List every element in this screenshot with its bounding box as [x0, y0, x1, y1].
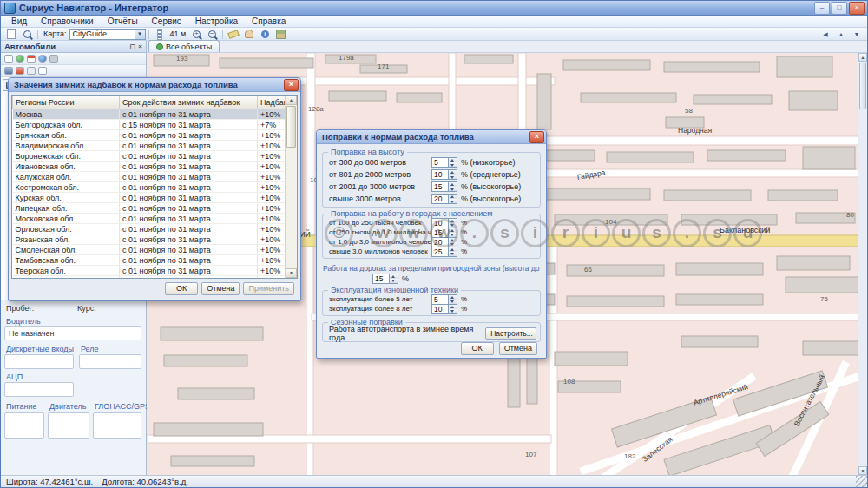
- remove-vehicle-icon[interactable]: [16, 67, 24, 75]
- table-row[interactable]: Липецкая обл.с 01 ноября по 31 марта+10%: [13, 203, 299, 214]
- spinner-down-icon[interactable]: [449, 187, 457, 191]
- status-bar: Широта: 47.42461°с.ш. Долгота: 40.06243°…: [1, 475, 867, 487]
- spinner-down-icon[interactable]: [449, 242, 457, 247]
- add-vehicle-icon[interactable]: [4, 67, 13, 75]
- menu-item-0[interactable]: Вид: [4, 16, 34, 27]
- map-source-select[interactable]: CityGuide ▼: [69, 29, 146, 40]
- calendar-icon[interactable]: [27, 55, 36, 63]
- table-row[interactable]: Рязанская обл.с 01 ноября по 31 марта+10…: [13, 234, 299, 245]
- measure-icon[interactable]: [226, 28, 241, 41]
- map-vertical-scrollbar[interactable]: ▲ ▼: [858, 53, 867, 475]
- table-row[interactable]: Владимирская обл.с 01 ноября по 31 марта…: [13, 141, 299, 151]
- spinner-down-icon[interactable]: [449, 252, 457, 256]
- scrollbar-thumb[interactable]: [859, 63, 866, 109]
- report-icon[interactable]: [4, 55, 13, 63]
- edit-vehicle-icon[interactable]: [38, 67, 47, 75]
- column-header-region[interactable]: Регионы России: [13, 96, 120, 109]
- scale-slider-icon[interactable]: [152, 28, 168, 41]
- maximize-button[interactable]: □: [832, 2, 847, 15]
- spinner-input[interactable]: 20: [431, 194, 457, 204]
- settings-icon[interactable]: [49, 55, 58, 63]
- zoom-out-icon[interactable]: −: [204, 28, 220, 41]
- close-button[interactable]: ×: [849, 2, 865, 15]
- table-row[interactable]: Ивановская обл.с 01 ноября по 31 марта+1…: [13, 162, 299, 172]
- table-row[interactable]: Курская обл.с 01 ноября по 31 марта+10%: [13, 193, 299, 203]
- cancel-button[interactable]: Отмена: [499, 342, 537, 355]
- spinner-row: от 801 до 2000 метров10% (среднегорье): [329, 168, 536, 181]
- spinner-input[interactable]: 10: [431, 169, 457, 180]
- spinner-input[interactable]: 25: [431, 247, 457, 257]
- table-row[interactable]: Костромская обл.с 01 ноября по 31 марта+…: [13, 182, 299, 193]
- minimize-button[interactable]: –: [814, 2, 830, 15]
- spinner-row: от 100 до 250 тысяч человек10%: [329, 218, 536, 228]
- cancel-button[interactable]: Отмена: [201, 282, 240, 295]
- layers-icon[interactable]: [273, 28, 288, 41]
- table-scroll-thumb[interactable]: [286, 106, 296, 148]
- spinner-down-icon[interactable]: [449, 199, 457, 203]
- menu-item-2[interactable]: Отчёты: [101, 16, 145, 27]
- menu-item-4[interactable]: Настройка: [188, 16, 245, 27]
- table-row[interactable]: Москвас 01 ноября по 31 марта+10%: [13, 109, 299, 120]
- spinner-down-icon[interactable]: [449, 309, 457, 313]
- spinner-down-icon[interactable]: [449, 300, 457, 304]
- table-row[interactable]: Брянская обл.с 01 ноября по 31 марта+10%: [13, 130, 299, 141]
- power-title: Питание: [6, 402, 37, 411]
- relay-title: Реле: [81, 345, 99, 353]
- table-row[interactable]: Воронежская обл.с 01 ноября по 31 марта+…: [13, 151, 299, 162]
- table-row[interactable]: Калужская обл.с 01 ноября по 31 марта+10…: [13, 172, 299, 182]
- table-row[interactable]: Белгородская обл.с 15 ноября по 31 марта…: [13, 120, 299, 130]
- tab-all-objects[interactable]: Все объекты: [148, 40, 220, 52]
- start-tracking-icon[interactable]: [16, 55, 24, 63]
- refresh-icon[interactable]: [27, 67, 36, 75]
- apply-button[interactable]: Применить: [243, 282, 294, 295]
- corrections-dialog-close-icon[interactable]: ×: [529, 131, 544, 143]
- ok-button[interactable]: ОК: [165, 282, 198, 295]
- panel-close-icon[interactable]: ×: [138, 43, 142, 50]
- menu-item-1[interactable]: Справочники: [34, 16, 101, 27]
- spinner-row-suffix: %: [461, 305, 467, 313]
- scroll-down-icon[interactable]: ▼: [849, 28, 865, 41]
- open-page-icon[interactable]: [3, 28, 19, 41]
- spinner-input[interactable]: 15: [431, 181, 457, 192]
- scroll-up-icon[interactable]: ▲: [833, 28, 849, 41]
- table-row[interactable]: Орловская обл.с 01 ноября по 31 марта+10…: [13, 224, 299, 234]
- table-row[interactable]: Тверская обл.с 01 ноября по 31 марта+10%: [13, 266, 299, 276]
- spinner-down-icon[interactable]: [449, 162, 457, 167]
- pan-icon[interactable]: [241, 28, 257, 41]
- scrollbar-down-icon[interactable]: ▼: [858, 466, 867, 475]
- info-icon[interactable]: i: [257, 28, 273, 41]
- resize-grip[interactable]: [856, 476, 867, 487]
- spinner-input[interactable]: 10: [431, 304, 457, 314]
- spinner-row-label: эксплуатация более 5 лет: [329, 295, 431, 303]
- table-scroll-down-icon[interactable]: ▼: [286, 268, 297, 278]
- vehicles-toolbar-1: [1, 53, 146, 65]
- spinner-input[interactable]: 5: [431, 157, 457, 168]
- column-header-period[interactable]: Срок действия зимних надбавок: [120, 96, 258, 109]
- table-row[interactable]: Тамбовская обл.с 01 ноября по 31 марта+1…: [13, 255, 299, 266]
- spinner-row: свыше 3,0 миллионов человек25%: [329, 247, 536, 256]
- spinner-down-icon[interactable]: [449, 223, 457, 228]
- zoom-in-icon[interactable]: +: [188, 28, 204, 41]
- spinner-down-icon[interactable]: [449, 175, 457, 179]
- show-on-map-icon[interactable]: [38, 55, 47, 63]
- configure-button[interactable]: Настроить...: [485, 327, 536, 340]
- ok-button[interactable]: ОК: [461, 342, 494, 355]
- spinner-down-icon[interactable]: [390, 279, 398, 283]
- spinner-input[interactable]: 15: [372, 274, 398, 284]
- collapse-left-icon[interactable]: ◀: [818, 28, 833, 41]
- table-row[interactable]: Московская обл.с 01 ноября по 31 марта+1…: [13, 214, 299, 224]
- table-scrollbar[interactable]: ▲ ▼: [285, 96, 297, 278]
- table-row[interactable]: Тульская обл.с 01 ноября по 31 марта+10%: [13, 276, 299, 280]
- search-icon[interactable]: [19, 28, 35, 41]
- driver-value-box: Не назначен: [4, 326, 141, 340]
- table-row[interactable]: Смоленская обл.с 01 ноября по 31 марта+1…: [13, 245, 299, 255]
- city-group: Поправка на работу в городах с население…: [322, 214, 541, 259]
- winter-dialog-close-icon[interactable]: ×: [284, 79, 299, 91]
- spinner-down-icon[interactable]: [449, 233, 457, 237]
- menu-item-3[interactable]: Сервис: [145, 16, 188, 27]
- table-scroll-up-icon[interactable]: ▲: [286, 96, 297, 105]
- menu-item-5[interactable]: Справка: [245, 16, 293, 27]
- chevron-down-icon[interactable]: ▼: [135, 30, 145, 39]
- scrollbar-up-icon[interactable]: ▲: [858, 53, 867, 62]
- pin-icon[interactable]: ◻: [130, 43, 136, 50]
